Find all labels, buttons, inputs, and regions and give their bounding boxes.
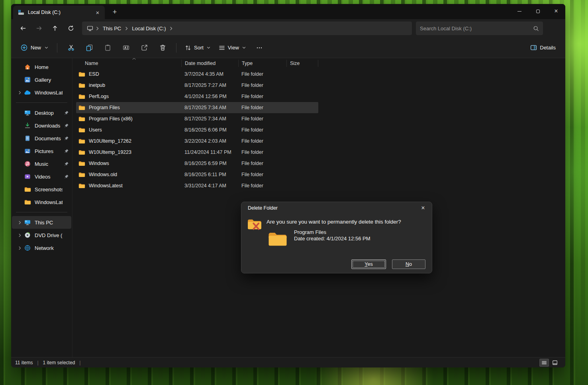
home-icon [24,64,31,70]
sidebar-item-music[interactable]: Music [12,157,71,170]
search-icon[interactable] [533,26,539,31]
file-date: 8/17/2025 7:27 AM [181,82,238,88]
selection-count: 1 item selected [43,360,75,365]
file-row-selected[interactable]: Program Files 8/17/2025 7:34 AM File fol… [76,102,318,113]
sidebar-item-dvd-drive[interactable]: DVD Drive (D:) CCC [12,229,71,242]
sidebar-divider [16,102,67,103]
sidebar-item-home[interactable]: Home [12,61,71,73]
sidebar-item-desktop[interactable]: Desktop [12,106,71,119]
share-button[interactable] [137,41,152,55]
file-row[interactable]: Windows.old 8/16/2025 6:11 PM File folde… [76,169,318,180]
file-row[interactable]: inetpub 8/17/2025 7:27 AM File folder [76,80,318,91]
file-date: 3/31/2024 4:17 AM [181,183,238,189]
ellipsis-icon [256,45,263,51]
expand-chevron-icon[interactable] [15,220,24,225]
file-date: 8/16/2025 6:11 PM [181,172,238,177]
breadcrumb-computer-button[interactable] [85,25,95,31]
rename-button[interactable] [118,41,133,55]
file-type: File folder [238,82,286,88]
tab-close-icon[interactable]: × [93,8,102,17]
file-name: ESD [89,71,99,77]
file-row[interactable]: Program Files (x86) 8/17/2025 7:34 AM Fi… [76,113,318,124]
expand-chevron-icon[interactable] [15,233,24,238]
file-type: File folder [238,116,286,122]
pin-icon [63,161,71,166]
sidebar-item-windowslatest[interactable]: WindowsLatest [12,196,71,208]
cut-icon [68,44,74,51]
expand-chevron-icon[interactable] [15,246,24,250]
up-icon [52,25,58,31]
file-name: Program Files (x86) [89,116,133,122]
view-button[interactable]: View [215,41,250,55]
forward-button[interactable] [31,21,47,35]
file-row[interactable]: Users 8/16/2025 6:06 PM File folder [76,124,318,136]
sidebar-item-pictures[interactable]: Pictures [12,145,71,157]
folder-icon [78,105,85,110]
search-input[interactable] [420,26,533,31]
file-row[interactable]: W10Ultemp_19223 11/24/2024 11:47 PM File… [76,147,318,158]
copy-button[interactable] [82,41,97,55]
cut-button[interactable] [63,41,78,55]
refresh-button[interactable] [63,21,79,35]
new-tab-button[interactable]: + [109,6,121,18]
sidebar-item-network[interactable]: Network [12,242,71,254]
details-pane-label: Details [540,45,556,51]
share-icon [141,44,148,51]
file-row[interactable]: WindowsLatest 3/31/2024 4:17 AM File fol… [76,180,318,191]
trash-icon [159,44,166,51]
file-row[interactable]: Windows 8/16/2025 6:59 PM File folder [76,158,318,169]
chevron-down-icon [44,45,49,50]
file-row[interactable]: PerfLogs 4/1/2024 12:56 PM File folder [76,91,318,102]
thumbnail-view-toggle[interactable] [550,359,560,367]
sidebar-item-videos[interactable]: Videos [12,170,71,183]
toolbar-divider [176,43,176,53]
title-bar[interactable]: Local Disk (C:) × + × [11,4,565,19]
no-button[interactable]: No [392,259,425,269]
search-box[interactable] [416,22,543,35]
breadcrumb-this-pc[interactable]: This PC [100,26,124,31]
sidebar-item-gallery[interactable]: Gallery [12,73,71,86]
paste-button[interactable] [100,41,115,55]
chevron-down-icon [206,45,211,50]
column-header-name[interactable]: Name [76,61,181,66]
column-header-type[interactable]: Type [238,60,286,67]
file-row[interactable]: W10Ultemp_17262 3/22/2024 2:03 AM File f… [76,136,318,147]
sidebar-item-screenshots[interactable]: Screenshots [12,183,71,196]
sort-button[interactable]: Sort [181,41,215,55]
sort-button-label: Sort [194,45,204,51]
up-button[interactable] [47,21,63,35]
file-date: 8/16/2025 6:59 PM [181,161,238,166]
yes-button[interactable]: Yes [351,259,386,269]
dialog-title-bar[interactable]: Delete Folder × [241,202,432,214]
address-bar[interactable]: This PC Local Disk (C:) [82,22,412,35]
new-button[interactable]: New [17,41,53,55]
minimize-button[interactable] [510,4,529,18]
file-row[interactable]: ESD 3/7/2024 4:35 AM File folder [76,69,318,80]
column-headers: Name Date modified Type Size [76,58,318,69]
file-name: Windows [89,161,109,166]
back-button[interactable] [15,21,31,35]
sidebar-item-onedrive[interactable]: WindowsLatest - Pe [12,86,71,99]
file-type: File folder [238,149,286,155]
details-view-toggle[interactable] [539,359,549,367]
dialog-close-button[interactable]: × [416,203,430,213]
maximize-button[interactable] [529,4,547,18]
breadcrumb-local-disk-c[interactable]: Local Disk (C:) [129,26,169,31]
yes-button-label: Yes [352,261,386,267]
this-pc-icon [24,219,31,226]
sidebar-item-downloads[interactable]: Downloads [12,119,71,132]
file-date: 8/17/2025 7:34 AM [181,116,238,122]
close-button[interactable]: × [547,4,565,18]
expand-chevron-icon[interactable] [15,90,24,95]
column-header-size[interactable]: Size [286,60,318,67]
sidebar-item-documents[interactable]: Documents [12,132,71,145]
sidebar-item-this-pc[interactable]: This PC [12,216,71,229]
more-options-button[interactable] [252,41,267,55]
delete-button[interactable] [155,41,170,55]
details-pane-button[interactable]: Details [526,41,560,55]
navigation-bar: This PC Local Disk (C:) [11,19,565,37]
folder-icon [78,138,85,144]
column-header-date-modified[interactable]: Date modified [181,60,238,67]
tab-local-disk-c[interactable]: Local Disk (C:) × [13,6,105,19]
videos-icon [24,173,31,180]
